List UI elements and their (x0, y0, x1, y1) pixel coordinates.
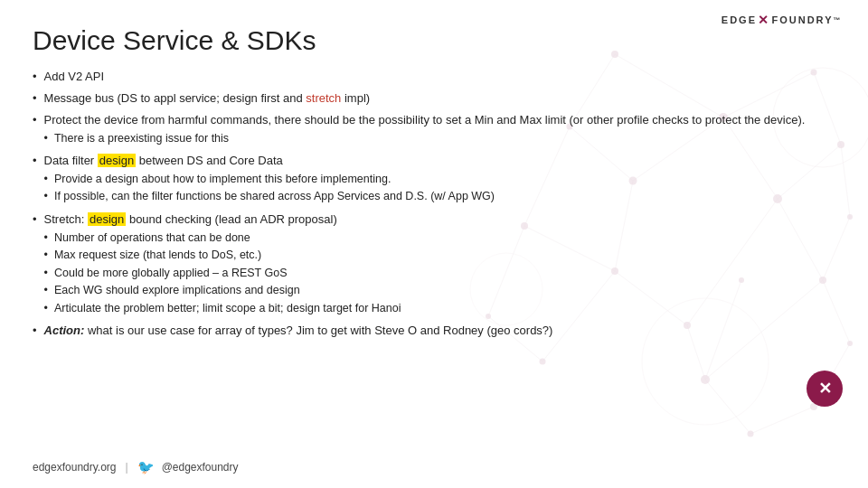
bullet-1-text: Add V2 API (44, 69, 835, 86)
action-label: Action: (44, 324, 85, 337)
main-content: Device Service & SDKs Add V2 API Message… (0, 0, 868, 353)
sub-bullet-3-1: There is a preexisting issue for this (54, 131, 229, 147)
bullet-2-after: impl) (341, 91, 370, 105)
list-item: Data filter design between DS and Core D… (33, 153, 835, 207)
logo-x: ✕ (758, 13, 771, 27)
list-item: Message bus (DS to appl service; design … (33, 90, 835, 108)
sub-b5-1: Number of operations that can be done (54, 230, 250, 247)
logo-trademark: ™ (834, 16, 844, 24)
bullet-4-after: between DS and Core Data (136, 154, 283, 167)
footer: edgexfoundry.org | 🐦 @edgexfoundry (33, 459, 239, 475)
sub-b5-5: Articulate the problem better; limit sco… (54, 301, 401, 317)
main-bullet-list: Add V2 API Message bus (DS to appl servi… (33, 69, 835, 340)
sub-list-item: Max request size (that lends to DoS, etc… (44, 248, 835, 264)
sub-list-item: Articulate the problem better; limit sco… (44, 301, 835, 317)
page-title: Device Service & SDKs (33, 25, 835, 56)
bullet-6-text: what is our use case for array of types?… (84, 324, 552, 337)
svg-line-8 (750, 407, 814, 434)
svg-point-34 (748, 431, 754, 437)
sub-b5-3: Could be more globally applied – a REST … (54, 266, 288, 282)
bullet-5-before: Stretch: (44, 212, 88, 226)
sub-bullet-list-5: Number of operations that can be done Ma… (44, 230, 835, 317)
logo-edge: EDGE (722, 14, 757, 25)
footer-divider: | (126, 461, 128, 474)
bullet-5-after: bound checking (lead an ADR proposal) (126, 212, 336, 226)
sub-bullet-list-4: Provide a design about how to implement … (44, 172, 835, 205)
bullet-4-content: Data filter design between DS and Core D… (44, 153, 835, 207)
bullet-3-text: Protect the device from harmful commands… (44, 113, 806, 127)
list-item: Protect the device from harmful commands… (33, 112, 835, 148)
edgex-badge: ✕ (807, 371, 843, 407)
bullet-5-highlight: design (88, 212, 126, 226)
sub-list-item: Each WG should explore implications and … (44, 283, 835, 299)
bullet-2-content: Message bus (DS to appl service; design … (44, 90, 835, 108)
sub-b5-4: Each WG should explore implications and … (54, 283, 300, 299)
sub-list-item: Provide a design about how to implement … (44, 172, 835, 188)
twitter-icon: 🐦 (137, 459, 155, 475)
sub-list-item: Number of operations that can be done (44, 230, 835, 247)
bullet-3-content: Protect the device from harmful commands… (44, 112, 835, 148)
sub-bullet-4-1: Provide a design about how to implement … (54, 172, 391, 188)
list-item: Stretch: design bound checking (lead an … (33, 211, 835, 318)
list-item: Action: what is our use case for array o… (33, 323, 835, 340)
sub-bullet-list-3: There is a preexisting issue for this (44, 131, 835, 147)
logo: EDGE✕FOUNDRY™ (722, 13, 843, 27)
list-item: Add V2 API (33, 69, 835, 86)
bullet-5-content: Stretch: design bound checking (lead an … (44, 211, 835, 318)
bullet-6-content: Action: what is our use case for array o… (44, 323, 835, 340)
bullet-2-before: Message bus (DS to appl service; design … (44, 91, 307, 105)
sub-bullet-4-2: If possible, can the filter functions be… (54, 189, 495, 205)
svg-point-35 (701, 375, 710, 384)
sub-list-item: Could be more globally applied – a REST … (44, 266, 835, 282)
bullet-4-before: Data filter (44, 154, 98, 167)
svg-point-42 (540, 359, 546, 365)
sub-list-item: There is a preexisting issue for this (44, 131, 835, 147)
footer-website: edgexfoundry.org (33, 461, 117, 474)
logo-foundry: FOUNDRY (772, 14, 834, 25)
footer-twitter: @edgexfoundry (162, 461, 239, 474)
bullet-4-highlight: design (98, 154, 136, 167)
svg-line-9 (705, 380, 750, 434)
bullet-2-stretch: stretch (306, 91, 341, 105)
sub-b5-2: Max request size (that lends to DoS, etc… (54, 248, 261, 264)
sub-list-item: If possible, can the filter functions be… (44, 189, 835, 205)
